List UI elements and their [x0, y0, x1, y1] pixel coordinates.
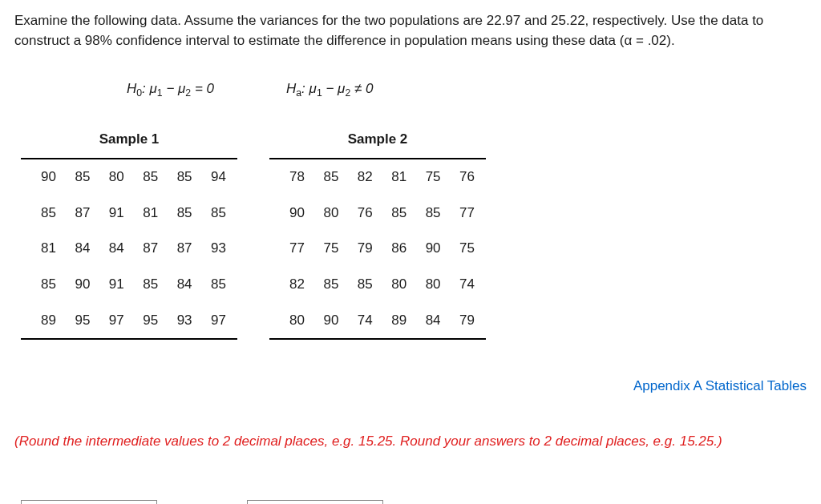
sample-table: Sample 278858281757690807685857777757986…: [269, 123, 486, 340]
data-cell: 90: [32, 167, 56, 187]
data-cell: 84: [100, 239, 124, 259]
data-cell: 85: [168, 204, 192, 224]
hypotheses: H0: μ1 − μ2 = 0 Ha: μ1 − μ2 ≠ 0: [127, 79, 807, 101]
data-cell: 90: [66, 275, 90, 295]
sample-header: Sample 2: [269, 123, 486, 159]
data-cell: 87: [134, 239, 158, 259]
data-cell: 80: [417, 275, 441, 295]
data-cell: 89: [382, 311, 406, 331]
upper-bound-input[interactable]: [247, 500, 383, 504]
data-cell: 80: [382, 275, 406, 295]
ha-s1: 1: [317, 88, 322, 99]
table-row: 908580858594: [21, 159, 237, 196]
data-cell: 75: [417, 167, 441, 187]
table-row: 828585808074: [269, 267, 486, 303]
data-cell: 81: [134, 204, 158, 224]
data-cell: 91: [100, 275, 124, 295]
data-cell: 84: [417, 311, 441, 331]
data-cell: 93: [168, 311, 192, 331]
data-cell: 82: [349, 167, 373, 187]
data-cell: 76: [451, 167, 475, 187]
table-row: 899597959397: [21, 303, 237, 339]
data-cell: 74: [451, 275, 475, 295]
data-cell: 74: [349, 311, 373, 331]
data-cell: 75: [451, 239, 475, 259]
data-cell: 85: [32, 275, 56, 295]
data-cell: 78: [281, 167, 305, 187]
inequality-expression: ≤ μ1 - μ2 ≤: [172, 501, 233, 504]
data-cell: 80: [100, 167, 124, 187]
problem-instructions: Examine the following data. Assume the v…: [14, 11, 807, 50]
table-row: 777579869075: [269, 231, 486, 267]
data-cell: 79: [349, 239, 373, 259]
sample-table: Sample 190858085859485879181858581848487…: [21, 123, 237, 340]
alt-hypothesis: Ha: μ1 − μ2 ≠ 0: [286, 79, 373, 101]
h0-mid: − μ: [163, 81, 186, 96]
data-cell: 85: [314, 167, 338, 187]
data-cell: 75: [314, 239, 338, 259]
data-cell: 85: [134, 167, 158, 187]
data-cell: 85: [134, 275, 158, 295]
ha-body: : μ: [301, 81, 317, 96]
ha-mid: − μ: [322, 81, 346, 96]
data-cell: 81: [32, 239, 56, 259]
data-cell: 77: [281, 239, 305, 259]
table-row: 858791818585: [21, 196, 237, 232]
answer-row: ≤ μ1 - μ2 ≤: [21, 500, 807, 504]
table-row: 809074898479: [269, 303, 486, 339]
data-cell: 94: [202, 167, 226, 187]
table-row: 818484878793: [21, 231, 237, 267]
table-row: 788582817576: [269, 159, 486, 196]
data-cell: 81: [382, 167, 406, 187]
data-cell: 85: [349, 275, 373, 295]
data-cell: 80: [281, 311, 305, 331]
data-cell: 79: [451, 311, 475, 331]
data-cell: 85: [314, 275, 338, 295]
table-row: 859091858485: [21, 267, 237, 303]
data-cell: 91: [100, 204, 124, 224]
table-row: 908076858577: [269, 196, 486, 232]
data-cell: 90: [281, 204, 305, 224]
data-cell: 80: [314, 204, 338, 224]
data-tables: Sample 190858085859485879181858581848487…: [21, 123, 807, 340]
data-cell: 97: [100, 311, 124, 331]
h0-body: : μ: [142, 81, 157, 96]
data-cell: 76: [349, 204, 373, 224]
h0-s1: 1: [157, 88, 163, 99]
data-cell: 87: [168, 239, 192, 259]
rounding-note: (Round the intermediate values to 2 deci…: [14, 432, 807, 452]
ha-end: ≠ 0: [350, 81, 373, 96]
data-cell: 85: [66, 167, 90, 187]
data-cell: 84: [66, 239, 90, 259]
data-cell: 85: [168, 167, 192, 187]
lower-bound-input[interactable]: [21, 500, 157, 504]
ha-prefix: H: [286, 81, 296, 96]
data-cell: 86: [382, 239, 406, 259]
data-cell: 82: [281, 275, 305, 295]
data-cell: 84: [168, 275, 192, 295]
data-cell: 90: [417, 239, 441, 259]
data-cell: 85: [202, 275, 226, 295]
data-cell: 97: [202, 311, 226, 331]
data-cell: 85: [32, 204, 56, 224]
h0-prefix: H: [127, 81, 136, 96]
data-cell: 87: [66, 204, 90, 224]
data-cell: 85: [202, 204, 226, 224]
data-cell: 90: [314, 311, 338, 331]
h0-end: = 0: [191, 81, 214, 96]
data-cell: 85: [382, 204, 406, 224]
data-cell: 93: [202, 239, 226, 259]
data-cell: 85: [417, 204, 441, 224]
null-hypothesis: H0: μ1 − μ2 = 0: [127, 79, 214, 101]
data-cell: 95: [66, 311, 90, 331]
appendix-link[interactable]: Appendix A Statistical Tables: [14, 377, 807, 397]
data-cell: 95: [134, 311, 158, 331]
data-cell: 89: [32, 311, 56, 331]
sample-header: Sample 1: [21, 123, 237, 159]
data-cell: 77: [451, 204, 475, 224]
